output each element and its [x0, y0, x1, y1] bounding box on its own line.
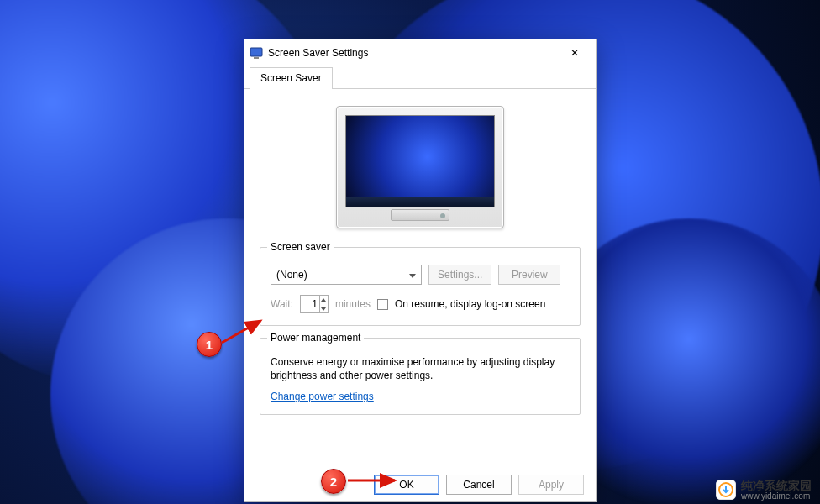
dialog-footer: OK Cancel Apply	[244, 468, 596, 501]
close-icon	[570, 47, 579, 59]
watermark-logo-icon	[716, 480, 736, 500]
annotation-arrow-1	[218, 318, 269, 354]
screensaver-selected-value: (None)	[276, 269, 308, 281]
spin-up-icon[interactable]	[319, 295, 328, 304]
chevron-down-icon	[409, 269, 416, 281]
close-button[interactable]	[559, 41, 591, 65]
svg-rect-0	[250, 48, 262, 56]
svg-line-2	[222, 321, 260, 343]
change-power-settings-link[interactable]: Change power settings	[271, 391, 374, 402]
tab-screen-saver[interactable]: Screen Saver	[250, 67, 333, 89]
titlebar[interactable]: Screen Saver Settings	[244, 39, 596, 66]
watermark-name: 纯净系统家园	[741, 480, 812, 492]
window-title: Screen Saver Settings	[268, 47, 559, 59]
screensaver-icon	[250, 46, 263, 60]
settings-button[interactable]: Settings...	[428, 265, 491, 285]
svg-rect-1	[254, 57, 259, 59]
screensaver-group-label: Screen saver	[267, 241, 334, 253]
tab-row: Screen Saver	[244, 66, 596, 89]
screensaver-group: Screen saver (None) Settings... Preview …	[260, 247, 581, 326]
watermark: 纯净系统家园 www.yidaimei.com	[716, 480, 812, 501]
apply-button[interactable]: Apply	[518, 475, 584, 495]
monitor-base	[391, 209, 449, 221]
preview-monitor	[260, 106, 581, 228]
wait-minutes-input[interactable]	[301, 298, 319, 310]
annotation-arrow-2	[346, 472, 402, 490]
preview-screen	[345, 115, 495, 207]
spin-down-icon[interactable]	[319, 304, 328, 313]
cancel-button[interactable]: Cancel	[446, 475, 512, 495]
screensaver-dropdown[interactable]: (None)	[271, 265, 422, 285]
power-description: Conserve energy or maximise performance …	[271, 355, 570, 382]
screen-saver-settings-dialog: Screen Saver Settings Screen Saver Scree…	[244, 39, 597, 502]
wait-label: Wait:	[271, 298, 293, 310]
desktop-background: Screen Saver Settings Screen Saver Scree…	[0, 0, 820, 504]
minutes-label: minutes	[335, 298, 371, 310]
resume-checkbox[interactable]	[377, 299, 388, 310]
wait-minutes-stepper[interactable]	[300, 295, 329, 313]
annotation-badge-2: 2	[321, 469, 346, 494]
resume-checkbox-label: On resume, display log-on screen	[395, 298, 545, 310]
watermark-url: www.yidaimei.com	[741, 492, 812, 501]
power-group-label: Power management	[267, 332, 364, 344]
power-management-group: Power management Conserve energy or maxi…	[260, 338, 581, 415]
tab-content: Screen saver (None) Settings... Preview …	[244, 89, 596, 423]
preview-button[interactable]: Preview	[498, 265, 560, 285]
